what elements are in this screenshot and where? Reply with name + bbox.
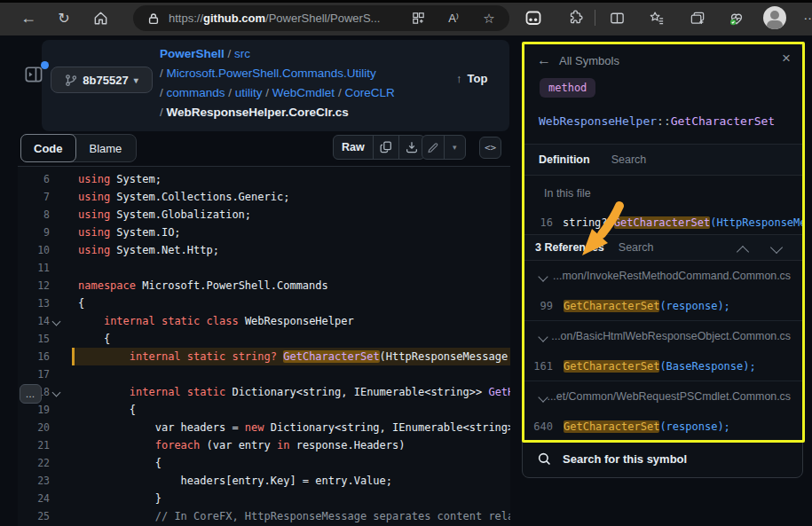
home-icon	[92, 10, 109, 27]
refresh-button[interactable]: ↻	[51, 5, 77, 30]
essentials-heart-icon	[727, 9, 746, 27]
tab-definition[interactable]: Definition	[539, 153, 590, 166]
previous-reference-button chevron-up-icon[interactable]	[737, 246, 749, 258]
side-panel-icon	[25, 65, 43, 84]
reference-file-row[interactable]: ...et/Common/WebRequestPSCmdlet.Common.c…	[523, 381, 802, 412]
home-button[interactable]	[87, 5, 114, 30]
raw-button[interactable]: Raw	[334, 136, 373, 159]
code-line: 18 internal static Dictionary<string, IE…	[18, 383, 510, 401]
back-button[interactable]: ←	[15, 5, 42, 30]
reference-file-row[interactable]: ...on/BasicHtmlWebResponseObject.Common.…	[523, 321, 802, 351]
commit-picker-button[interactable]: 8b75527 ▾	[51, 67, 153, 93]
chevron-down-icon: ▾	[134, 75, 138, 85]
favorite-button[interactable]: ☆	[477, 9, 501, 27]
references-search-tab[interactable]: Search	[619, 241, 654, 254]
search-for-symbol-button[interactable]: Search for this symbol	[523, 440, 802, 477]
reference-match: GetCharacterSet	[564, 300, 659, 312]
line-number[interactable]: 16	[18, 348, 50, 365]
chevron-down-icon	[52, 389, 61, 397]
line-number[interactable]: 17	[18, 365, 50, 383]
line-number[interactable]: 13	[18, 294, 50, 312]
collapse-toggle[interactable]	[50, 312, 64, 330]
line-number[interactable]: 19	[18, 401, 50, 419]
tab-actions-button[interactable]	[406, 9, 430, 27]
line-number[interactable]: 23	[18, 472, 50, 490]
tab-code[interactable]: Code	[20, 134, 76, 162]
reference-code-row[interactable]: 640GetCharacterSet(response);	[523, 412, 802, 442]
line-number[interactable]: 9	[18, 224, 50, 241]
breadcrumb-segment[interactable]: utility	[235, 86, 263, 99]
line-number[interactable]: 21	[18, 436, 50, 454]
code-text: using System.Collections.Generic;	[72, 188, 510, 206]
symbols-pane-button[interactable]: <>	[479, 137, 501, 159]
reference-file-row[interactable]: ...mon/InvokeRestMethodCommand.Common.cs	[523, 261, 802, 291]
back-to-top-link[interactable]: ↑ Top	[456, 72, 487, 85]
back-icon: ←	[20, 9, 36, 27]
collapse-toggle[interactable]	[50, 383, 64, 401]
read-aloud-button[interactable]: A)	[442, 9, 465, 27]
expand-row-button[interactable]: …	[20, 384, 42, 404]
code-text: namespace Microsoft.PowerShell.Commands	[72, 277, 510, 294]
copy-icon	[379, 140, 393, 154]
extensions-button[interactable]	[563, 6, 587, 29]
code-text: using System.Globalization;	[72, 206, 510, 224]
robot-extension-icon	[524, 10, 542, 27]
breadcrumb-line: / Microsoft.PowerShell.Commands.Utility	[160, 64, 453, 83]
tab-blame[interactable]: Blame	[75, 135, 137, 161]
close-panel-button[interactable]: ×	[782, 50, 791, 67]
extension-shortcut-button[interactable]	[521, 6, 546, 29]
collapse-toggle	[50, 436, 64, 454]
line-number[interactable]: 20	[18, 419, 50, 436]
breadcrumb-segment[interactable]: Microsoft.PowerShell.Commands.Utility	[167, 67, 376, 80]
browser-essentials-button[interactable]	[724, 6, 749, 29]
reference-code-row[interactable]: 99GetCharacterSet(response);	[523, 291, 802, 321]
breadcrumb-segment[interactable]: WebCmdlet	[272, 86, 335, 99]
breadcrumb-segment[interactable]: PowerShell	[160, 47, 225, 60]
line-number[interactable]: 14	[18, 312, 50, 330]
code-text: {	[72, 454, 510, 472]
line-number[interactable]: 15	[18, 330, 50, 348]
line-number[interactable]: 10	[18, 241, 50, 259]
profile-button[interactable]	[763, 6, 786, 29]
code-text: using System.Net.Http;	[72, 241, 510, 259]
collapse-toggle	[50, 241, 64, 259]
edit-button[interactable]	[422, 136, 444, 159]
reference-file-name: ...et/Common/WebRequestPSCmdlet.Common.c…	[547, 390, 791, 403]
line-number[interactable]: 11	[18, 259, 50, 277]
line-number[interactable]: 25	[18, 507, 50, 525]
line-number[interactable]: 22	[18, 454, 50, 472]
url-text: https://github.com/PowerShell/PowerS...	[169, 12, 380, 25]
copy-raw-button[interactable]	[373, 136, 398, 159]
breadcrumb-segment[interactable]: CoreCLR	[344, 86, 394, 99]
download-button[interactable]	[398, 136, 424, 159]
line-number[interactable]: 24	[18, 490, 50, 507]
edit-dropdown-button[interactable]: ▾	[444, 136, 466, 159]
breadcrumb-segment[interactable]: WebResponseHelper.CoreClr.cs	[167, 106, 349, 119]
settings-more-button[interactable]: …	[803, 7, 812, 22]
favorites-hub-button[interactable]	[644, 6, 669, 29]
line-number[interactable]: 6	[18, 170, 50, 188]
definition-row[interactable]: 16string? GetCharacterSet(HttpResponseMe…	[523, 211, 802, 234]
all-symbols-back[interactable]: ← All Symbols	[537, 52, 619, 68]
file-tree-toggle-button[interactable]	[25, 65, 46, 86]
line-number[interactable]: 7	[18, 188, 50, 206]
code-blame-switch: Code Blame	[20, 134, 137, 162]
next-reference-button chevron-down-icon[interactable]	[770, 241, 783, 254]
address-bar[interactable]: https://github.com/PowerShell/PowerS... …	[133, 5, 509, 31]
reference-code-row[interactable]: 161GetCharacterSet(BaseResponse);	[523, 351, 802, 381]
symbol-owner: WebResponseHelper	[539, 114, 657, 128]
line-number[interactable]: 8	[18, 206, 50, 224]
line-number[interactable]: 12	[18, 277, 50, 294]
split-screen-button[interactable]	[604, 6, 629, 29]
tab-search[interactable]: Search	[611, 153, 647, 166]
code-line: 7using System.Collections.Generic;	[18, 188, 510, 206]
url-host: github.com	[203, 12, 265, 25]
collapse-toggle	[50, 401, 64, 419]
breadcrumb-segment[interactable]: commands	[167, 86, 225, 99]
breadcrumb-segment[interactable]: src	[234, 47, 250, 60]
collapse-toggle	[50, 224, 64, 241]
collections-button[interactable]	[685, 6, 710, 29]
collapse-toggle	[50, 454, 64, 472]
collapse-toggle	[50, 365, 64, 383]
code-line: 15 {	[18, 330, 510, 348]
